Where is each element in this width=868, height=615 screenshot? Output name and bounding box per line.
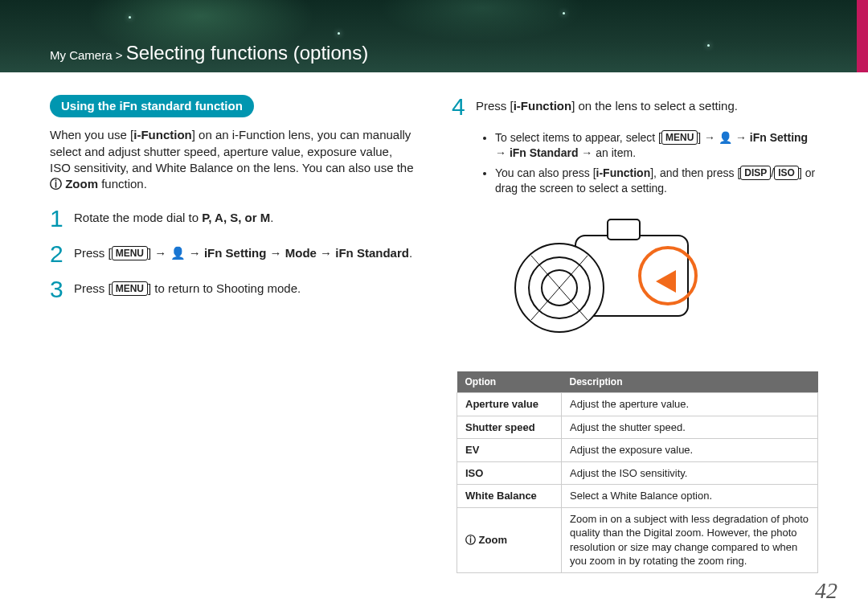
breadcrumb-sep: > <box>116 48 126 62</box>
table-row: Aperture valueAdjust the aperture value. <box>457 393 818 416</box>
step-number: 4 <box>452 95 476 119</box>
menu-icon: MENU <box>661 130 698 145</box>
sub-bullet: To select items to appear, select [MENU]… <box>495 130 818 161</box>
step-text: Press [MENU] → 👤 → iFn Setting → Mode → … <box>74 242 415 261</box>
page-number: 42 <box>815 578 837 604</box>
step-number: 3 <box>50 277 74 301</box>
menu-icon: MENU <box>112 246 148 260</box>
accent-bar <box>857 0 868 72</box>
table-row: Shutter speedAdjust the shutter speed. <box>457 416 818 439</box>
svg-rect-1 <box>608 219 640 240</box>
options-table: Option Description Aperture valueAdjust … <box>457 371 818 573</box>
table-row: ⓘ ZoomZoom in on a subject with less deg… <box>457 507 818 572</box>
step-2: 2 Press [MENU] → 👤 → iFn Setting → Mode … <box>50 242 415 266</box>
intro-paragraph: When you use [i-Function] on an i-Functi… <box>50 127 415 192</box>
sub-bullet-list: To select items to appear, select [MENU]… <box>452 130 818 196</box>
step-text: Rotate the mode dial to P, A, S, or M. <box>74 207 415 226</box>
person-icon: 👤 <box>719 131 732 144</box>
step-3: 3 Press [MENU] to return to Shooting mod… <box>50 277 415 301</box>
page-title: Selecting functions (options) <box>126 42 369 64</box>
person-icon: 👤 <box>170 246 186 260</box>
disp-icon: DISP <box>740 166 771 180</box>
section-heading-pill: Using the iFn standard function <box>50 95 254 117</box>
step-text: Press [i-Function] on the lens to select… <box>476 95 818 114</box>
step-text: Press [MENU] to return to Shooting mode. <box>74 277 415 297</box>
step-1: 1 Rotate the mode dial to P, A, S, or M. <box>50 207 415 231</box>
breadcrumb: My Camera > Selecting functions (options… <box>50 42 368 64</box>
table-header-description: Description <box>562 371 818 393</box>
right-column: 4 Press [i-Function] on the lens to sele… <box>452 95 818 573</box>
breadcrumb-prefix: My Camera <box>50 48 113 62</box>
step-number: 2 <box>50 242 74 266</box>
camera-illustration <box>487 207 744 356</box>
step-number: 1 <box>50 207 74 231</box>
table-row: ISOAdjust the ISO sensitivity. <box>457 461 818 485</box>
page-header: My Camera > Selecting functions (options… <box>0 0 868 72</box>
sub-bullet: You can also press [i-Function], and the… <box>495 166 818 196</box>
step-4: 4 Press [i-Function] on the lens to sele… <box>452 95 818 119</box>
menu-icon: MENU <box>112 281 148 296</box>
table-header-option: Option <box>457 371 562 393</box>
table-row: EVAdjust the exposure value. <box>457 439 818 462</box>
left-column: Using the iFn standard function When you… <box>50 95 415 573</box>
iso-icon: ISO <box>774 166 799 180</box>
table-row: White BalanceSelect a White Balance opti… <box>457 485 818 508</box>
